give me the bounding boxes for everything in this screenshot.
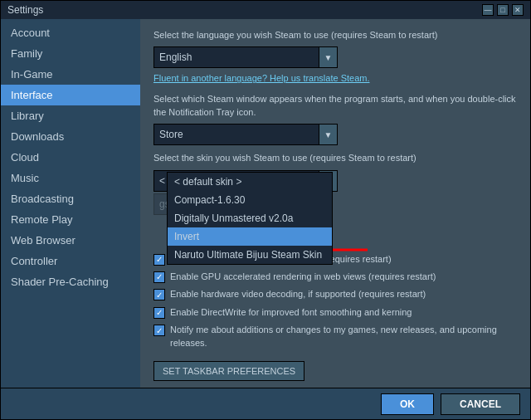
checkbox-notify[interactable]: ✓ [153, 325, 165, 336]
sidebar-item-broadcasting[interactable]: Broadcasting [1, 188, 140, 209]
sidebar-item-family[interactable]: Family [1, 43, 140, 64]
arrow-indicator-1 [140, 71, 144, 94]
check-icon: ✓ [156, 326, 163, 335]
checkbox-directwrite[interactable]: ✓ [153, 307, 165, 319]
checkbox-row-hardware: ✓ Enable hardware video decoding, if sup… [153, 288, 517, 300]
cancel-button[interactable]: CANCEL [441, 393, 520, 415]
content-area: Select the language you wish Steam to us… [140, 19, 530, 388]
minimize-button[interactable]: — [482, 4, 494, 16]
language-value: English [159, 51, 192, 63]
skin-options-list: < default skin > Compact-1.6.30 Digitall… [167, 172, 333, 265]
check-icon: ✓ [156, 308, 163, 317]
skin-option-invert[interactable]: Invert [168, 227, 332, 246]
checkbox-notify-label: Notify me about additions or changes to … [170, 324, 517, 349]
checkbox-hardware[interactable]: ✓ [153, 289, 165, 300]
language-dropdown-row: English ▼ [153, 46, 517, 68]
sidebar-item-interface[interactable]: Interface [1, 85, 140, 105]
sidebar-item-remote-play[interactable]: Remote Play [1, 209, 140, 230]
window-value: Store [159, 129, 183, 140]
skin-dropdown-container: gs (requires restart) < default skin > C… [153, 193, 517, 215]
skin-option-default[interactable]: < default skin > [168, 173, 332, 191]
window-dropdown[interactable]: Store [153, 124, 319, 145]
close-button[interactable]: ✕ [512, 4, 524, 16]
title-bar: Settings — □ ✕ [1, 1, 530, 19]
language-dropdown-arrow[interactable]: ▼ [319, 46, 338, 68]
checkbox-hardware-label: Enable hardware video decoding, if suppo… [170, 288, 426, 300]
sidebar-item-controller[interactable]: Controller [1, 251, 140, 271]
language-section-label: Select the language you wish Steam to us… [153, 29, 517, 42]
skin-option-digitally[interactable]: Digitally Unmastered v2.0a [168, 209, 332, 227]
language-dropdown[interactable]: English [153, 46, 319, 68]
skin-option-naruto[interactable]: Naruto Ultimate Bijuu Steam Skin [168, 246, 332, 264]
ok-button[interactable]: OK [381, 393, 434, 415]
sidebar-item-music[interactable]: Music [1, 168, 140, 188]
checkbox-row-notify: ✓ Notify me about additions or changes t… [153, 324, 517, 349]
skin-section-label: Select the skin you wish Steam to use (r… [153, 152, 517, 164]
footer: OK CANCEL [1, 388, 530, 419]
sidebar-item-cloud[interactable]: Cloud [1, 147, 140, 168]
window-section-label: Select which Steam window appears when t… [153, 93, 517, 119]
check-icon: ✓ [156, 291, 163, 300]
checkbox-gpu[interactable]: ✓ [153, 271, 165, 283]
sidebar-item-downloads[interactable]: Downloads [1, 126, 140, 147]
maximize-button[interactable]: □ [497, 4, 509, 16]
checkbox-row-gpu: ✓ Enable GPU accelerated rendering in we… [153, 271, 517, 283]
window-dropdown-arrow[interactable]: ▼ [319, 124, 338, 145]
sidebar-item-account[interactable]: Account [1, 22, 140, 43]
translate-link[interactable]: Fluent in another language? Help us tran… [153, 73, 517, 83]
check-icon: ✓ [156, 255, 163, 264]
sidebar-item-library[interactable]: Library [1, 105, 140, 126]
window-title: Settings [7, 4, 43, 16]
title-bar-buttons: — □ ✕ [482, 4, 524, 16]
sidebar-item-shader[interactable]: Shader Pre-Caching [1, 271, 140, 292]
checkbox-smooth[interactable]: ✓ [153, 254, 165, 266]
settings-window: Settings — □ ✕ Account Family In-Game In… [0, 0, 531, 420]
sidebar: Account Family In-Game Interface Library… [1, 19, 140, 388]
sidebar-item-web-browser[interactable]: Web Browser [1, 230, 140, 251]
checkbox-gpu-label: Enable GPU accelerated rendering in web … [170, 271, 436, 283]
sidebar-item-in-game[interactable]: In-Game [1, 64, 140, 85]
check-icon: ✓ [156, 272, 163, 281]
skin-option-compact[interactable]: Compact-1.6.30 [168, 191, 332, 209]
main-content: Account Family In-Game Interface Library… [1, 19, 530, 388]
taskbar-preferences-button[interactable]: SET TASKBAR PREFERENCES [153, 361, 304, 381]
checkbox-directwrite-label: Enable DirectWrite for improved font smo… [170, 306, 412, 319]
window-dropdown-row: Store ▼ [153, 124, 517, 145]
checkbox-row-directwrite: ✓ Enable DirectWrite for improved font s… [153, 306, 517, 319]
